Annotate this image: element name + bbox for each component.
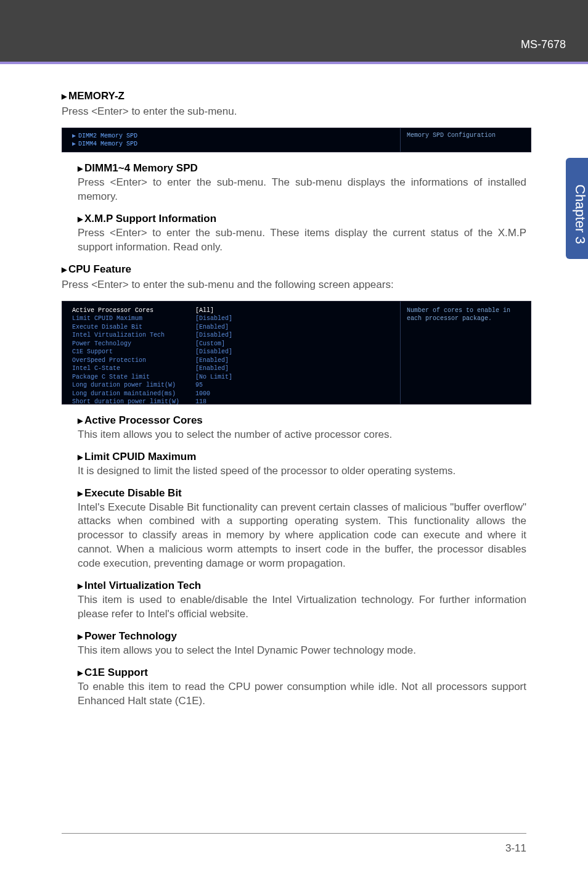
bios-value: [Disabled]	[195, 314, 232, 323]
limit-cpuid-heading: ▶Limit CPUID Maximum	[78, 451, 526, 463]
cpu-feature-heading: ▶CPU Feature	[62, 263, 526, 276]
bios-label: Short duration power limit(W)	[72, 398, 195, 406]
bios-value: [Enabled]	[195, 323, 229, 332]
bios-help-text: Number of cores to enable in each proces…	[407, 306, 525, 322]
bios-row: Power Technology[Custom]	[72, 340, 390, 348]
sub-title-text: X.M.P Support Information	[84, 213, 216, 224]
triangle-icon: ▶	[78, 417, 83, 424]
bios-label: Intel Virtualization Tech	[72, 331, 195, 340]
bios-label: Package C State limit	[72, 373, 195, 382]
bios-row: Limit CPUID Maximum[Disabled]	[72, 314, 390, 323]
c1e-body: To enable this item to read the CPU powe…	[78, 680, 526, 708]
sub-title-text: C1E Support	[84, 667, 148, 678]
active-cores-heading: ▶Active Processor Cores	[78, 414, 526, 427]
bios-label: Long duration maintained(ms)	[72, 390, 195, 398]
bios-value: [Enabled]	[195, 364, 229, 373]
page-footer: 3-11	[62, 833, 526, 855]
bios-value: [Custom]	[195, 340, 225, 348]
c1e-heading: ▶C1E Support	[78, 667, 526, 679]
cpu-feature-title: CPU Feature	[68, 263, 131, 275]
bios-row: OverSpeed Protection[Enabled]	[72, 356, 390, 365]
triangle-icon: ▶	[62, 92, 67, 100]
memory-z-heading: ▶MEMORY-Z	[62, 90, 526, 102]
bios-row: Long duration maintained(ms)1000	[72, 390, 390, 398]
bios-row: Package C State limit[No Limit]	[72, 373, 390, 382]
bios-label: Execute Disable Bit	[72, 323, 195, 332]
memory-z-intro: Press <Enter> to enter the sub-menu.	[62, 105, 526, 119]
sub-title-text: Execute Disable Bit	[84, 487, 182, 499]
triangle-icon: ▶	[78, 582, 83, 589]
bios-row: Intel C-State[Enabled]	[72, 364, 390, 373]
sub-title-text: Power Technology	[84, 630, 177, 642]
bios-help-panel: Memory SPD Configuration	[400, 128, 531, 152]
xmp-heading: ▶X.M.P Support Information	[78, 213, 526, 225]
power-tech-body: This item allows you to select the Intel…	[78, 644, 526, 658]
bios-value: 118	[195, 398, 206, 406]
triangle-icon: ▶	[72, 133, 76, 139]
bios-value: [No Limit]	[195, 373, 232, 382]
bios-help-panel: Number of cores to enable in each proces…	[400, 302, 531, 404]
bios-value: 95	[195, 381, 203, 390]
intel-virt-body: This item is used to enable/disable the …	[78, 593, 526, 622]
model-number: MS-7678	[521, 38, 566, 51]
bios-label: OverSpeed Protection	[72, 356, 195, 365]
bios-label: Limit CPUID Maximum	[72, 314, 195, 323]
page-content: ▶MEMORY-Z Press <Enter> to enter the sub…	[0, 64, 588, 708]
execute-disable-heading: ▶Execute Disable Bit	[78, 487, 526, 499]
dimm-spd-heading: ▶DIMM1~4 Memory SPD	[78, 162, 526, 175]
bios-line: DIMM4 Memory SPD	[78, 141, 137, 147]
bios-row: Active Processor Cores[All]	[72, 306, 390, 315]
triangle-icon: ▶	[78, 669, 83, 676]
bios-line: DIMM2 Memory SPD	[78, 133, 137, 139]
header-band: MS-7678	[0, 0, 588, 62]
sub-title-text: DIMM1~4 Memory SPD	[84, 162, 198, 174]
bios-row: Short duration power limit(W)118	[72, 398, 390, 406]
triangle-icon: ▶	[78, 453, 83, 461]
bios-value: [Disabled]	[195, 348, 232, 356]
page-number: 3-11	[505, 842, 526, 854]
dimm-spd-body: Press <Enter> to enter the sub-menu. The…	[78, 176, 526, 204]
triangle-icon: ▶	[78, 215, 83, 223]
xmp-body: Press <Enter> to enter the sub-menu. The…	[78, 226, 526, 255]
bios-row: Intel Virtualization Tech[Disabled]	[72, 331, 390, 340]
sub-title-text: Limit CPUID Maximum	[84, 451, 196, 462]
cpu-feature-intro: Press <Enter> to enter the sub-menu and …	[62, 278, 526, 292]
chapter-tab: Chapter 3	[566, 158, 588, 259]
bios-label: C1E Support	[72, 348, 195, 356]
active-cores-body: This item allows you to select the numbe…	[78, 428, 526, 442]
bios-screenshot-memory: ▶DIMM2 Memory SPD ▶DIMM4 Memory SPD Memo…	[62, 128, 531, 152]
memory-z-title: MEMORY-Z	[68, 90, 125, 102]
bios-left-panel: Active Processor Cores[All]Limit CPUID M…	[62, 302, 400, 404]
bios-row: Execute Disable Bit[Enabled]	[72, 323, 390, 332]
sub-title-text: Intel Virtualization Tech	[84, 580, 201, 591]
triangle-icon: ▶	[72, 141, 76, 147]
execute-disable-body: Intel's Execute Disable Bit functionalit…	[78, 501, 526, 572]
triangle-icon: ▶	[62, 266, 67, 273]
bios-value: 1000	[195, 390, 210, 398]
bios-label: Active Processor Cores	[72, 306, 195, 315]
sub-title-text: Active Processor Cores	[84, 414, 203, 426]
intel-virt-heading: ▶Intel Virtualization Tech	[78, 580, 526, 592]
bios-label: Long duration power limit(W)	[72, 381, 195, 390]
bios-row: Long duration power limit(W)95	[72, 381, 390, 390]
limit-cpuid-body: It is designed to limit the listed speed…	[78, 464, 526, 478]
triangle-icon: ▶	[78, 633, 83, 640]
bios-value: [Enabled]	[195, 356, 229, 365]
bios-value: [All]	[195, 306, 214, 315]
bios-screenshot-cpu: Active Processor Cores[All]Limit CPUID M…	[62, 301, 531, 405]
triangle-icon: ▶	[78, 165, 83, 172]
triangle-icon: ▶	[78, 490, 83, 497]
bios-row: C1E Support[Disabled]	[72, 348, 390, 356]
bios-value: [Disabled]	[195, 331, 232, 340]
power-tech-heading: ▶Power Technology	[78, 630, 526, 643]
bios-left-panel: ▶DIMM2 Memory SPD ▶DIMM4 Memory SPD	[62, 128, 400, 152]
bios-label: Intel C-State	[72, 364, 195, 373]
bios-label: Power Technology	[72, 340, 195, 348]
